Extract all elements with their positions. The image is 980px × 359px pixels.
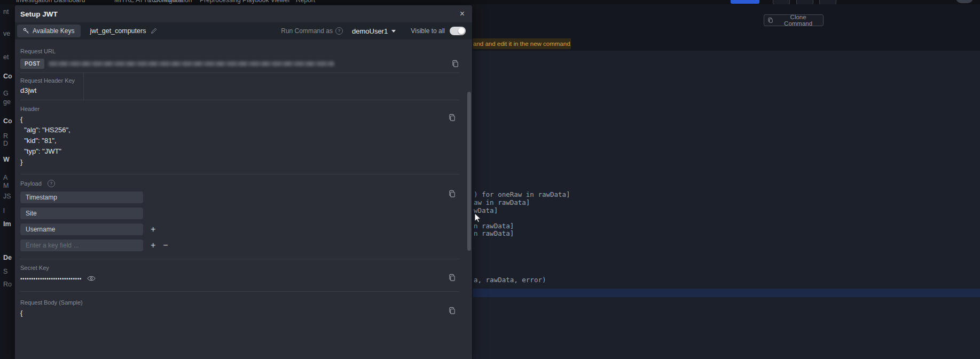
toolbar-icon-button[interactable] [819,0,836,4]
payload-row [20,208,459,219]
key-icon [23,28,29,34]
payload-field-site[interactable] [20,208,143,219]
request-url-redacted [49,61,334,66]
close-icon[interactable]: × [460,10,465,18]
available-keys-label: Available Keys [33,27,75,35]
chevron-down-icon [391,30,396,33]
toolbar-icon-button[interactable] [796,0,813,4]
json-line: "alg": "HS256", [20,125,459,135]
modal-scrollbar-thumb[interactable] [467,92,471,251]
sidebar-label-fragment: W [3,156,10,163]
payload-field-username[interactable] [20,224,143,235]
sidebar-label-fragment: R [3,132,8,140]
json-line: } [20,157,459,167]
modal-title: Setup JWT [20,10,58,18]
nav-tab[interactable]: Investigation Dashboard [16,0,85,4]
request-header-key-label: Request Header Key [20,77,83,84]
http-method-badge: POST [20,59,44,69]
code-line: ) for oneRaw in rawData] [474,190,570,198]
sidebar-label-fragment: Co [3,117,12,125]
setup-jwt-modal: Setup JWT × Available Keys jwt_get_compu… [15,5,472,359]
payload-row: + − [20,240,459,251]
request-url-label: Request URL [20,48,459,54]
copy-header-icon[interactable] [448,114,456,122]
command-name: jwt_get_computers [90,27,146,35]
secret-key-row: •••••••••••••••••••••••••••• [20,274,459,283]
code-line: n rawData] [474,222,514,230]
help-icon: ? [48,180,55,187]
json-line: { [20,114,459,125]
code-lines: ) for oneRaw in rawData] aw in rawData] … [473,51,980,359]
top-navbar: Investigation Dashboard MITRE ATT&CK Mon… [0,0,980,4]
secret-key-label: Secret Key [20,265,459,271]
warning-banner: and and edit it in the new command. [473,38,571,49]
sidebar-label-fragment: G [3,90,9,97]
sidebar-label-fragment: nt [3,8,9,15]
sidebar-label-fragment: Im [3,220,11,228]
secret-key-masked: •••••••••••••••••••••••••••• [20,276,82,282]
edit-pencil-icon[interactable] [151,28,157,34]
modal-toolbar: Available Keys jwt_get_computers Run Com… [15,22,472,39]
remove-field-button[interactable]: − [163,241,168,250]
sidebar-label-fragment: et [3,53,9,61]
app-root: Investigation Dashboard MITRE ATT&CK Mon… [0,0,980,359]
visible-to-all-toggle[interactable] [450,27,466,35]
available-keys-button[interactable]: Available Keys [17,25,81,37]
header-section: Header { "alg": "HS256", "kid": "81", "t… [20,100,459,174]
primary-action-button[interactable] [731,0,759,4]
payload-label: Payload [20,180,42,187]
request-body-first-line: { [20,309,459,317]
code-line: n rawData] [474,229,514,237]
nav-tab[interactable]: Report [296,0,315,4]
header-label: Header [20,106,459,112]
copy-body-icon[interactable] [448,307,456,315]
nav-tab[interactable]: Preprocessing Playbook Viewer [200,0,290,4]
payload-row: + [20,224,459,235]
request-header-key-section: Request Header Key d3jwt [20,73,459,100]
request-url-row: POST [20,58,459,69]
json-line: "typ": "JWT" [20,146,459,157]
payload-field-timestamp[interactable] [20,192,143,203]
run-command-as-label: Run Command as [281,27,333,35]
toolbar-icon-button[interactable] [773,0,790,4]
run-as-dropdown[interactable]: demoUser1 [352,27,396,35]
copy-url-icon[interactable] [451,60,459,68]
payload-field-new[interactable] [20,240,143,251]
warning-text: and and edit it in the new command. [473,41,571,47]
background-content: Clone Command and and edit it in the new… [473,4,980,359]
payload-row [20,192,459,203]
request-body-label: Request Body (Sample) [20,299,459,306]
code-editor: ) for oneRaw in rawData] aw in rawData] … [473,51,980,359]
copy-icon [767,17,773,23]
nav-tab[interactable]: Configuration [154,0,192,4]
user-chip[interactable] [956,0,973,3]
help-icon: ? [335,27,343,35]
sidebar-label-fragment: Ro [3,281,12,288]
clone-command-button[interactable]: Clone Command [764,14,824,26]
request-url-section: Request URL POST [20,39,459,73]
sidebar-label-fragment: S [3,268,7,275]
json-line: "kid": "81", [20,135,459,146]
sidebar-label-fragment: JS [3,193,11,200]
secret-key-section: Secret Key •••••••••••••••••••••••••••• [20,259,459,292]
sidebar-label-fragment: De [3,254,12,261]
run-as-value: demoUser1 [352,27,388,35]
copy-payload-icon[interactable] [448,190,456,198]
eye-icon[interactable] [87,276,96,281]
add-field-button[interactable]: + [151,225,155,234]
clone-command-label: Clone Command [777,14,820,27]
copy-secret-icon[interactable] [448,274,456,282]
mouse-cursor [474,213,482,223]
add-field-button[interactable]: + [151,241,155,250]
code-line: aw in rawData] [474,198,530,206]
modal-header: Setup JWT × [15,5,472,22]
sidebar-label-fragment: M [3,182,9,189]
code-line: a, rawData, error) [474,276,546,284]
sidebar-label-fragment: A [3,174,7,181]
payload-section: Payload ? + + − [20,174,459,259]
toggle-knob [458,28,465,34]
request-body-section: Request Body (Sample) { [20,292,459,317]
payload-label-row: Payload ? [20,180,459,187]
sidebar-label-fragment: l [3,207,5,214]
left-sidebar-clipped: nt ve et Co G ge Co R D W A M [0,4,15,359]
